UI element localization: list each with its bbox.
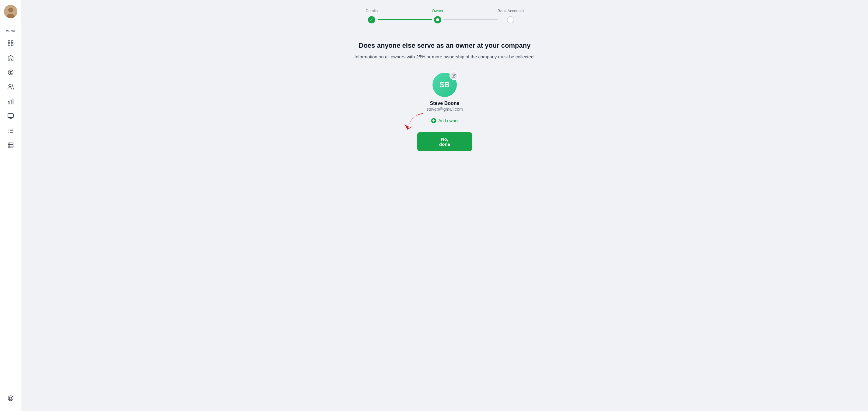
- svg-rect-13: [8, 143, 13, 148]
- no-done-button[interactable]: No, done: [417, 132, 472, 151]
- svg-rect-3: [8, 41, 10, 42]
- step-details-label: Details: [366, 8, 378, 13]
- step-owner-dot: [436, 18, 439, 21]
- svg-rect-4: [11, 41, 13, 42]
- owner-initials: SB: [439, 81, 450, 89]
- bar-chart-icon[interactable]: [4, 95, 17, 108]
- owner-avatar: SB: [432, 73, 457, 97]
- step-details-circle: ✓: [368, 16, 375, 23]
- step-bank-accounts: Bank Accounts: [498, 8, 524, 23]
- avatar[interactable]: [4, 5, 17, 18]
- main-content: Details ✓ Owner Bank Accounts: [21, 0, 868, 411]
- svg-rect-12: [8, 114, 13, 118]
- svg-rect-5: [8, 44, 10, 45]
- page-title: Does anyone else serve as an owner at yo…: [359, 42, 531, 50]
- owner-card: SB Steve Boone steveb@gmail.com: [426, 73, 463, 112]
- menu-label: MENU: [6, 30, 15, 33]
- dollar-circle-icon[interactable]: [4, 66, 17, 79]
- svg-rect-11: [12, 99, 13, 104]
- page-body: Does anyone else serve as an owner at yo…: [21, 42, 868, 151]
- check-icon: ✓: [370, 17, 373, 22]
- support-icon[interactable]: [4, 391, 17, 405]
- step-owner-label: Owner: [432, 8, 443, 13]
- sidebar-bottom: [4, 391, 17, 406]
- sidebar: MENU: [0, 0, 21, 411]
- add-owner-label: Add owner: [439, 118, 459, 123]
- svg-rect-10: [10, 100, 11, 104]
- svg-point-1: [8, 8, 13, 12]
- step-bank-accounts-circle: [507, 16, 514, 23]
- users-icon[interactable]: [4, 80, 17, 94]
- home-icon[interactable]: [4, 51, 17, 64]
- step-bank-accounts-label: Bank Accounts: [498, 8, 524, 13]
- owner-section: SB Steve Boone steveb@gmail.com: [417, 73, 472, 151]
- owner-email: steveb@gmail.com: [426, 107, 463, 112]
- svg-point-15: [9, 397, 11, 399]
- step-owner: Owner: [432, 8, 443, 23]
- svg-rect-9: [8, 101, 9, 104]
- connector-1: [378, 19, 432, 20]
- step-details: Details ✓: [366, 8, 378, 23]
- action-area: No, done: [417, 130, 472, 151]
- red-arrow-annotation: [402, 112, 426, 133]
- monitor-icon[interactable]: [4, 109, 17, 123]
- add-owner-button[interactable]: Add owner: [428, 117, 461, 125]
- owner-name: Steve Boone: [430, 101, 460, 106]
- svg-rect-6: [11, 44, 13, 45]
- stepper: Details ✓ Owner Bank Accounts: [366, 8, 524, 23]
- connector-2: [443, 19, 498, 20]
- page-subtitle: Information on all owners with 25% or mo…: [354, 53, 535, 61]
- svg-point-8: [8, 85, 11, 87]
- list-icon[interactable]: [4, 124, 17, 137]
- step-owner-circle: [434, 16, 441, 23]
- book-icon[interactable]: [4, 138, 17, 152]
- edit-owner-button[interactable]: [450, 71, 458, 80]
- stepper-container: Details ✓ Owner Bank Accounts: [21, 0, 868, 23]
- sidebar-divider: [5, 26, 17, 26]
- grid-icon[interactable]: [4, 36, 17, 50]
